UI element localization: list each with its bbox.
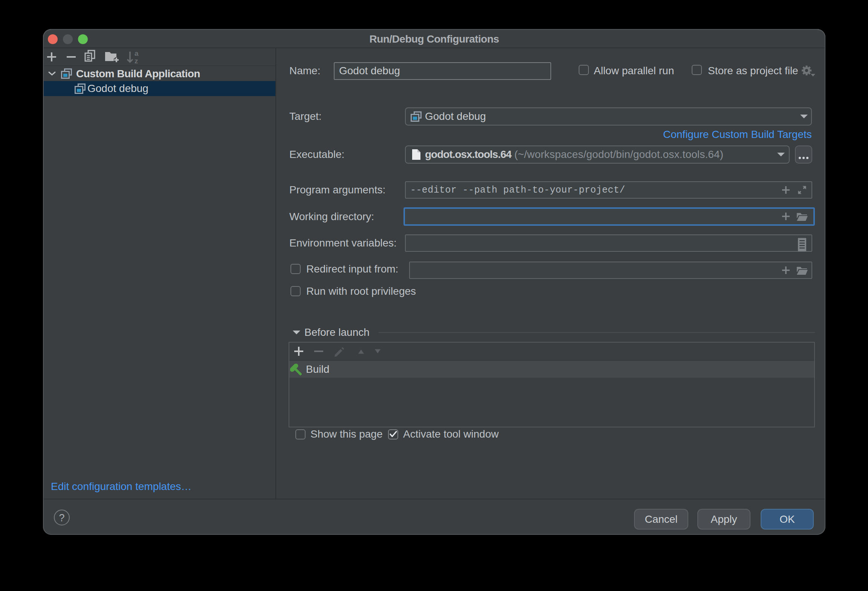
svg-text:a: a [134,49,139,57]
svg-text:z: z [134,57,138,65]
